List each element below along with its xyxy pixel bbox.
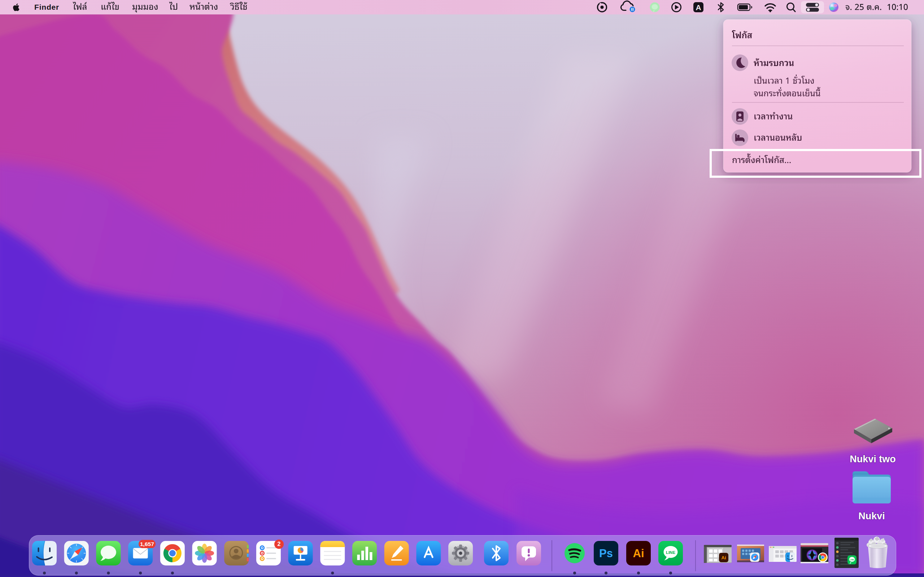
svg-text:Ps: Ps [599, 547, 613, 560]
svg-text:Ai: Ai [633, 547, 644, 560]
svg-text:LINE: LINE [666, 550, 676, 554]
svg-text:LINE: LINE [850, 559, 855, 561]
svg-text:Ai: Ai [722, 555, 726, 561]
svg-text:Nukvi: Nukvi [858, 511, 885, 521]
svg-text:Nukvi two: Nukvi two [850, 454, 896, 464]
